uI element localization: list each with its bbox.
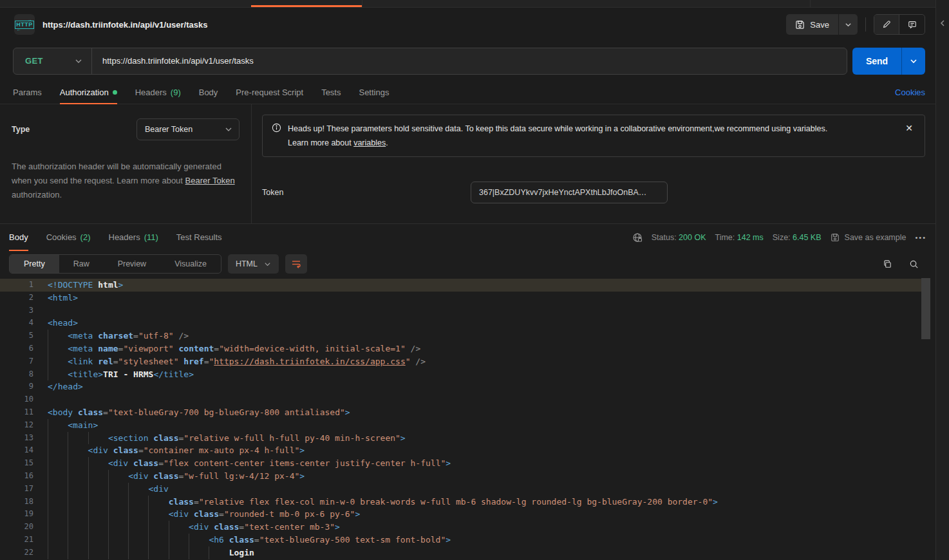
send-options-button[interactable] <box>901 48 925 75</box>
header-actions: Save <box>786 14 925 35</box>
line-number: 7 <box>0 355 33 368</box>
method-select[interactable]: GET <box>14 48 92 74</box>
token-input[interactable] <box>471 182 668 203</box>
code-line: 12<main> <box>0 419 930 432</box>
line-number: 2 <box>0 292 33 304</box>
wrap-text-icon <box>291 259 301 269</box>
arrow-left-icon: ← <box>17 27 21 32</box>
indent-guide <box>128 534 148 546</box>
status-badge: Status: 200 OK <box>652 233 706 242</box>
view-pretty[interactable]: Pretty <box>10 255 59 273</box>
line-number: 13 <box>0 432 33 445</box>
copy-button[interactable] <box>883 259 892 269</box>
editor-scrollbar[interactable] <box>921 278 930 339</box>
banner-text: Heads up! These parameters hold sensitiv… <box>288 122 896 150</box>
line-number: 1 <box>0 279 33 292</box>
tab-response-cookies[interactable]: Cookies (2) <box>46 224 91 250</box>
indent-guide <box>68 521 88 534</box>
indent-guide <box>48 368 68 381</box>
chevron-down-icon <box>910 57 917 65</box>
indent-guide <box>88 432 108 445</box>
indent-guide <box>48 355 68 368</box>
indent-guide <box>108 470 128 483</box>
indent-guide <box>48 470 68 483</box>
indent-guide <box>48 521 68 534</box>
search-button[interactable] <box>909 259 919 269</box>
url-input[interactable] <box>92 48 847 74</box>
code-line: 4<head> <box>0 317 930 330</box>
line-number: 11 <box>0 406 33 419</box>
request-tabstrip[interactable] <box>0 0 935 8</box>
auth-type-panel: Type Bearer Token The authorization head… <box>0 104 252 223</box>
tab-tests[interactable]: Tests <box>321 80 341 104</box>
indent-guide <box>68 534 88 546</box>
indent-guide <box>169 546 189 559</box>
edit-comment-group <box>874 14 925 35</box>
type-label: Type <box>12 125 30 134</box>
format-select[interactable]: HTML <box>228 254 279 274</box>
comment-button[interactable] <box>899 15 925 34</box>
main-column: → HTTP ← https://dash.triinfotek.in/api/… <box>0 0 935 560</box>
bearer-token-link[interactable]: Bearer Token <box>185 176 235 185</box>
wrap-text-button[interactable] <box>285 254 307 274</box>
indent-guide <box>48 342 68 355</box>
toolbar-right-icons <box>883 259 926 269</box>
code-line: 22Login <box>0 546 930 559</box>
tab-settings[interactable]: Settings <box>359 80 389 104</box>
tab-response-body[interactable]: Body <box>9 224 28 250</box>
request-bar: GET Send <box>0 41 935 80</box>
variables-link[interactable]: variables <box>353 138 386 147</box>
code-line: 7<link rel="stylesheet" href="https://da… <box>0 355 930 368</box>
tab-authorization[interactable]: Authorization <box>60 80 117 104</box>
chevron-down-icon <box>845 21 852 28</box>
indent-guide <box>48 483 68 496</box>
copy-icon <box>883 259 892 269</box>
authorization-panel: Type Bearer Token The authorization head… <box>0 104 935 223</box>
code-line: 15<div class="flex content-center items-… <box>0 457 930 470</box>
indent-guide <box>48 534 68 546</box>
tab-body[interactable]: Body <box>199 80 218 104</box>
line-number: 17 <box>0 483 33 496</box>
code-line: 20<div class="text-center mb-3"> <box>0 521 930 534</box>
save-label: Save <box>810 20 829 30</box>
save-options-button[interactable] <box>838 14 858 35</box>
view-preview[interactable]: Preview <box>104 255 160 273</box>
view-mode-group: Pretty Raw Preview Visualize <box>9 254 221 274</box>
size-badge: Size: 6.45 KB <box>773 233 822 242</box>
auth-type-select[interactable]: Bearer Token <box>136 118 240 140</box>
edit-button[interactable] <box>874 15 899 34</box>
close-icon[interactable]: ✕ <box>903 123 916 150</box>
view-visualize[interactable]: Visualize <box>160 255 221 273</box>
line-number: 10 <box>0 393 33 406</box>
info-icon <box>272 123 281 150</box>
tab-test-results[interactable]: Test Results <box>176 224 222 250</box>
indent-guide <box>148 521 168 534</box>
tab-response-headers[interactable]: Headers (11) <box>109 224 158 250</box>
indent-guide <box>48 432 68 445</box>
auth-configured-dot <box>113 90 117 95</box>
more-options-button[interactable]: ••• <box>915 234 926 241</box>
cookies-link[interactable]: Cookies <box>895 88 925 97</box>
token-row: Token <box>262 182 925 203</box>
indent-guide <box>68 470 88 483</box>
send-button[interactable]: Send <box>852 48 901 75</box>
comment-icon <box>908 20 917 29</box>
line-number: 19 <box>0 508 33 521</box>
code-editor[interactable]: 1<!DOCTYPE html>2<html>34<head>5<meta ch… <box>0 277 935 560</box>
tab-params[interactable]: Params <box>13 80 42 104</box>
save-button[interactable]: Save <box>786 14 838 35</box>
line-number: 16 <box>0 470 33 483</box>
code-line: 9</head> <box>0 380 930 393</box>
indent-guide <box>48 496 68 509</box>
auth-description: The authorization header will be automat… <box>12 160 240 202</box>
save-as-example-button[interactable]: Save as example <box>831 233 907 242</box>
network-icon[interactable] <box>632 232 643 243</box>
tab-headers[interactable]: Headers (9) <box>135 80 181 104</box>
collapse-panel-icon[interactable] <box>939 19 946 27</box>
indent-guide <box>68 508 88 521</box>
indent-guide <box>148 496 168 509</box>
view-raw[interactable]: Raw <box>59 255 104 273</box>
request-title: https://dash.triinfotek.in/api/v1/user/t… <box>42 20 207 30</box>
floppy-icon <box>831 233 840 242</box>
tab-pre-request-script[interactable]: Pre-request Script <box>236 80 303 104</box>
